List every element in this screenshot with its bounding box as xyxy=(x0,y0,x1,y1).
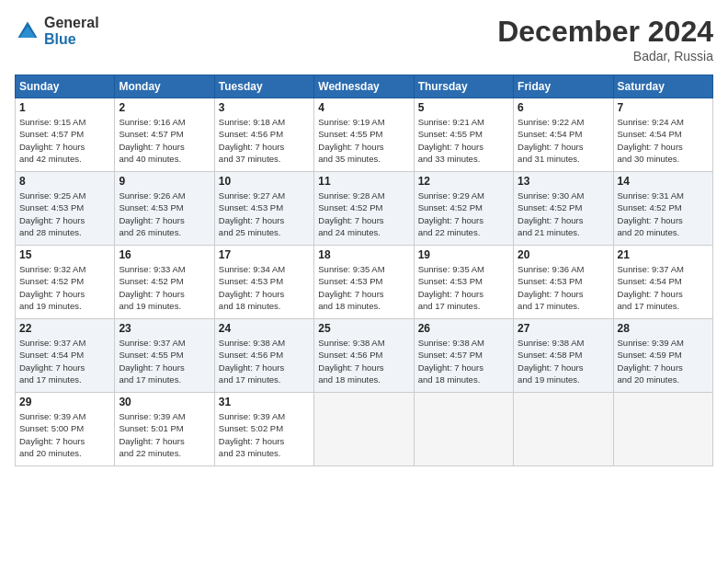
table-row: 16Sunrise: 9:33 AM Sunset: 4:52 PM Dayli… xyxy=(115,246,214,319)
day-number: 22 xyxy=(19,322,110,335)
day-info: Sunrise: 9:26 AM Sunset: 4:53 PM Dayligh… xyxy=(119,190,210,238)
day-number: 4 xyxy=(318,101,409,114)
day-number: 14 xyxy=(618,175,709,188)
table-row: 19Sunrise: 9:35 AM Sunset: 4:53 PM Dayli… xyxy=(414,246,513,319)
page-container: General Blue December 2024 Badar, Russia… xyxy=(0,0,728,476)
table-row: 12Sunrise: 9:29 AM Sunset: 4:52 PM Dayli… xyxy=(414,172,513,246)
day-info: Sunrise: 9:38 AM Sunset: 4:56 PM Dayligh… xyxy=(318,337,409,385)
col-saturday: Saturday xyxy=(613,75,712,98)
table-row: 29Sunrise: 9:39 AM Sunset: 5:00 PM Dayli… xyxy=(16,393,115,466)
day-number: 13 xyxy=(518,175,609,188)
title-area: December 2024 Badar, Russia xyxy=(497,15,713,63)
day-number: 7 xyxy=(618,101,709,114)
calendar-week-row: 29Sunrise: 9:39 AM Sunset: 5:00 PM Dayli… xyxy=(16,393,713,466)
logo-icon xyxy=(15,18,40,44)
day-info: Sunrise: 9:39 AM Sunset: 5:02 PM Dayligh… xyxy=(219,410,310,459)
table-row: 4Sunrise: 9:19 AM Sunset: 4:55 PM Daylig… xyxy=(314,98,414,172)
day-number: 29 xyxy=(19,396,110,408)
day-number: 3 xyxy=(219,101,310,114)
table-row: 3Sunrise: 9:18 AM Sunset: 4:56 PM Daylig… xyxy=(214,98,313,172)
day-number: 20 xyxy=(518,248,609,261)
logo: General Blue xyxy=(15,15,99,48)
day-info: Sunrise: 9:27 AM Sunset: 4:53 PM Dayligh… xyxy=(219,190,310,238)
table-row xyxy=(414,393,513,466)
table-row: 8Sunrise: 9:25 AM Sunset: 4:53 PM Daylig… xyxy=(16,172,115,246)
day-number: 30 xyxy=(119,396,210,408)
day-number: 1 xyxy=(19,101,110,114)
day-number: 27 xyxy=(518,322,609,335)
table-row: 26Sunrise: 9:38 AM Sunset: 4:57 PM Dayli… xyxy=(414,319,513,393)
day-number: 15 xyxy=(19,248,110,261)
col-wednesday: Wednesday xyxy=(314,75,414,98)
month-title: December 2024 xyxy=(497,15,713,49)
location: Badar, Russia xyxy=(497,49,713,63)
table-row: 30Sunrise: 9:39 AM Sunset: 5:01 PM Dayli… xyxy=(115,393,214,466)
table-row: 1Sunrise: 9:15 AM Sunset: 4:57 PM Daylig… xyxy=(16,98,115,172)
day-info: Sunrise: 9:31 AM Sunset: 4:52 PM Dayligh… xyxy=(618,190,709,238)
day-info: Sunrise: 9:38 AM Sunset: 4:58 PM Dayligh… xyxy=(518,337,609,385)
table-row: 31Sunrise: 9:39 AM Sunset: 5:02 PM Dayli… xyxy=(214,393,313,466)
table-row: 15Sunrise: 9:32 AM Sunset: 4:52 PM Dayli… xyxy=(16,246,115,319)
day-number: 26 xyxy=(418,322,509,335)
table-row: 5Sunrise: 9:21 AM Sunset: 4:55 PM Daylig… xyxy=(414,98,513,172)
day-number: 5 xyxy=(418,101,509,114)
day-info: Sunrise: 9:15 AM Sunset: 4:57 PM Dayligh… xyxy=(19,116,110,165)
day-info: Sunrise: 9:37 AM Sunset: 4:54 PM Dayligh… xyxy=(618,263,709,312)
calendar-week-row: 1Sunrise: 9:15 AM Sunset: 4:57 PM Daylig… xyxy=(16,98,713,172)
day-info: Sunrise: 9:30 AM Sunset: 4:52 PM Dayligh… xyxy=(518,190,609,238)
day-info: Sunrise: 9:34 AM Sunset: 4:53 PM Dayligh… xyxy=(219,263,310,312)
table-row xyxy=(314,393,414,466)
table-row: 17Sunrise: 9:34 AM Sunset: 4:53 PM Dayli… xyxy=(214,246,313,319)
table-row: 10Sunrise: 9:27 AM Sunset: 4:53 PM Dayli… xyxy=(214,172,313,246)
day-number: 18 xyxy=(318,248,409,261)
day-info: Sunrise: 9:33 AM Sunset: 4:52 PM Dayligh… xyxy=(119,263,210,312)
day-info: Sunrise: 9:35 AM Sunset: 4:53 PM Dayligh… xyxy=(318,263,409,312)
day-number: 12 xyxy=(418,175,509,188)
day-number: 17 xyxy=(219,248,310,261)
col-tuesday: Tuesday xyxy=(214,75,313,98)
day-info: Sunrise: 9:39 AM Sunset: 4:59 PM Dayligh… xyxy=(618,337,709,385)
day-info: Sunrise: 9:28 AM Sunset: 4:52 PM Dayligh… xyxy=(318,190,409,238)
day-info: Sunrise: 9:24 AM Sunset: 4:54 PM Dayligh… xyxy=(618,116,709,165)
table-row: 2Sunrise: 9:16 AM Sunset: 4:57 PM Daylig… xyxy=(115,98,214,172)
day-number: 19 xyxy=(418,248,509,261)
day-number: 10 xyxy=(219,175,310,188)
day-number: 31 xyxy=(219,396,310,408)
calendar-header-row: Sunday Monday Tuesday Wednesday Thursday… xyxy=(16,75,713,98)
table-row: 24Sunrise: 9:38 AM Sunset: 4:56 PM Dayli… xyxy=(214,319,313,393)
col-thursday: Thursday xyxy=(414,75,513,98)
table-row: 7Sunrise: 9:24 AM Sunset: 4:54 PM Daylig… xyxy=(613,98,712,172)
table-row: 25Sunrise: 9:38 AM Sunset: 4:56 PM Dayli… xyxy=(314,319,414,393)
page-header: General Blue December 2024 Badar, Russia xyxy=(15,15,713,63)
day-number: 28 xyxy=(618,322,709,335)
day-number: 8 xyxy=(19,175,110,188)
day-info: Sunrise: 9:36 AM Sunset: 4:53 PM Dayligh… xyxy=(518,263,609,312)
table-row: 13Sunrise: 9:30 AM Sunset: 4:52 PM Dayli… xyxy=(514,172,613,246)
logo-text: General Blue xyxy=(44,15,99,48)
table-row: 20Sunrise: 9:36 AM Sunset: 4:53 PM Dayli… xyxy=(514,246,613,319)
day-number: 21 xyxy=(618,248,709,261)
calendar-table: Sunday Monday Tuesday Wednesday Thursday… xyxy=(15,75,713,466)
day-number: 23 xyxy=(119,322,210,335)
day-number: 25 xyxy=(318,322,409,335)
day-info: Sunrise: 9:19 AM Sunset: 4:55 PM Dayligh… xyxy=(318,116,409,165)
table-row: 18Sunrise: 9:35 AM Sunset: 4:53 PM Dayli… xyxy=(314,246,414,319)
col-friday: Friday xyxy=(514,75,613,98)
table-row xyxy=(613,393,712,466)
day-number: 16 xyxy=(119,248,210,261)
day-number: 24 xyxy=(219,322,310,335)
calendar-week-row: 15Sunrise: 9:32 AM Sunset: 4:52 PM Dayli… xyxy=(16,246,713,319)
table-row xyxy=(514,393,613,466)
day-info: Sunrise: 9:39 AM Sunset: 5:00 PM Dayligh… xyxy=(19,410,110,459)
table-row: 6Sunrise: 9:22 AM Sunset: 4:54 PM Daylig… xyxy=(514,98,613,172)
day-info: Sunrise: 9:25 AM Sunset: 4:53 PM Dayligh… xyxy=(19,190,110,238)
day-info: Sunrise: 9:35 AM Sunset: 4:53 PM Dayligh… xyxy=(418,263,509,312)
day-info: Sunrise: 9:18 AM Sunset: 4:56 PM Dayligh… xyxy=(219,116,310,165)
day-info: Sunrise: 9:16 AM Sunset: 4:57 PM Dayligh… xyxy=(119,116,210,165)
col-monday: Monday xyxy=(115,75,214,98)
table-row: 9Sunrise: 9:26 AM Sunset: 4:53 PM Daylig… xyxy=(115,172,214,246)
table-row: 22Sunrise: 9:37 AM Sunset: 4:54 PM Dayli… xyxy=(16,319,115,393)
day-number: 6 xyxy=(518,101,609,114)
day-number: 9 xyxy=(119,175,210,188)
day-number: 2 xyxy=(119,101,210,114)
